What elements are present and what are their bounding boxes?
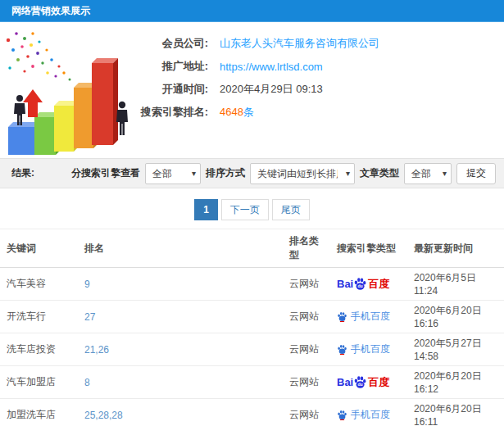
engine-filter-wrap: 全部 — [145, 163, 201, 184]
businessman-right — [116, 102, 128, 135]
type-filter-label: 文章类型 — [360, 166, 399, 180]
baidu-paw-icon — [337, 344, 347, 355]
mobile-baidu-logo: 手机百度 — [337, 310, 390, 324]
rank-type-cell: 云网站 — [283, 301, 330, 333]
rank-cell: 27 — [78, 301, 283, 333]
mobile-baidu-label: 手机百度 — [351, 408, 390, 422]
filter-bar: 结果: 分搜索引擎查看 全部 排序方式 关键词由短到长排序 文章类型 全部 提交 — [0, 158, 504, 188]
page-title: 网络营销效果展示 — [11, 5, 90, 16]
businessman-left — [14, 95, 25, 125]
table-header-row: 关键词 排名 排名类型 搜索引擎类型 最新更新时间 — [0, 229, 504, 268]
keyword-cell: 加盟洗车店 — [0, 399, 78, 426]
rank-type-cell: 云网站 — [283, 366, 330, 399]
open-time-row: 开通时间: 2020年4月29日 09:13 — [129, 78, 504, 101]
baidu-logo-cn: 百度 — [368, 277, 389, 292]
header-engine-type: 搜索引擎类型 — [330, 229, 407, 268]
open-time-value: 2020年4月29日 09:13 — [220, 82, 323, 97]
page-button-last[interactable]: 尾页 — [272, 199, 310, 220]
member-company-link[interactable]: 山东老人头汽车服务咨询有限公司 — [220, 36, 379, 51]
company-info-list: 会员公司: 山东老人头汽车服务咨询有限公司 推广地址: https://www.… — [129, 22, 504, 158]
keyword-cell: 汽车加盟店 — [0, 366, 78, 399]
engine-rank-label: 搜索引擎排名: — [129, 105, 208, 120]
mobile-baidu-logo: 手机百度 — [337, 408, 390, 422]
promo-url-link[interactable]: https://www.lrtlsd.com — [220, 61, 323, 73]
rank-count: 4648 — [220, 106, 243, 118]
engine-rank-row: 搜索引擎排名: 4648条 — [129, 101, 504, 124]
type-filter-select[interactable]: 全部 — [404, 163, 452, 184]
baidu-paw-icon — [337, 410, 347, 420]
engine-filter-select[interactable]: 全部 — [145, 163, 201, 184]
promo-url-label: 推广地址: — [129, 59, 208, 74]
baidu-logo: Baidu百度 — [337, 375, 389, 390]
rank-type-cell: 云网站 — [283, 333, 330, 366]
svg-text:du: du — [358, 283, 363, 288]
keyword-cell: 开洗车行 — [0, 301, 78, 333]
baidu-logo: Baidu百度 — [337, 277, 389, 292]
baidu-logo-latin: Bai — [337, 376, 353, 388]
sort-filter-select[interactable]: 关键词由短到长排序 — [250, 163, 355, 184]
engine-rank-value: 4648条 — [220, 105, 254, 120]
mobile-baidu-label: 手机百度 — [351, 310, 390, 324]
engine-type-cell: 手机百度 — [330, 399, 407, 426]
page-button-current[interactable]: 1 — [194, 199, 218, 220]
engine-type-cell: 手机百度 — [330, 301, 407, 333]
header-rank: 排名 — [78, 229, 283, 268]
svg-text:du: du — [358, 382, 363, 387]
filter-controls: 分搜索引擎查看 全部 排序方式 关键词由短到长排序 文章类型 全部 提交 — [71, 163, 504, 184]
results-table: 关键词 排名 排名类型 搜索引擎类型 最新更新时间 汽车美容9云网站Baidu百… — [0, 229, 504, 426]
table-row: 开洗车行27云网站手机百度2020年6月20日 16:16 — [0, 301, 504, 333]
page-button-next[interactable]: 下一页 — [221, 199, 269, 220]
sort-filter-label: 排序方式 — [206, 166, 245, 180]
baidu-logo-cn: 百度 — [368, 375, 389, 390]
growth-chart-graphic — [0, 25, 129, 156]
baidu-logo-latin: Bai — [337, 278, 353, 290]
member-company-label: 会员公司: — [129, 36, 208, 51]
baidu-paw-icon — [337, 311, 347, 322]
update-time-cell: 2020年6月20日 16:16 — [407, 301, 504, 333]
engine-type-cell: 手机百度 — [330, 333, 407, 366]
pagination: 1 下一页 尾页 — [0, 199, 504, 220]
keyword-cell: 洗车店投资 — [0, 333, 78, 366]
keyword-cell: 汽车美容 — [0, 268, 78, 301]
rank-cell: 21,26 — [78, 333, 283, 366]
baidu-paw-icon: du — [353, 375, 367, 389]
update-time-cell: 2020年6月20日 16:12 — [407, 366, 504, 399]
table-row: 加盟洗车店25,28,28云网站手机百度2020年6月20日 16:11 — [0, 399, 504, 426]
table-row: 汽车加盟店8云网站Baidu百度2020年6月20日 16:12 — [0, 366, 504, 399]
mobile-baidu-logo: 手机百度 — [337, 342, 390, 356]
open-time-label: 开通时间: — [129, 82, 208, 97]
engine-filter-label: 分搜索引擎查看 — [71, 166, 140, 180]
table-row: 汽车美容9云网站Baidu百度2020年6月5日 11:24 — [0, 268, 504, 301]
rank-type-cell: 云网站 — [283, 268, 330, 301]
sort-filter-wrap: 关键词由短到长排序 — [250, 163, 355, 184]
company-info-section: 会员公司: 山东老人头汽车服务咨询有限公司 推广地址: https://www.… — [0, 22, 504, 158]
engine-type-cell: Baidu百度 — [330, 366, 407, 399]
results-section-label: 结果: — [11, 166, 34, 180]
rank-type-cell: 云网站 — [283, 399, 330, 426]
results-table-body: 汽车美容9云网站Baidu百度2020年6月5日 11:24开洗车行27云网站手… — [0, 268, 504, 426]
confetti-dots — [7, 32, 71, 80]
mobile-baidu-label: 手机百度 — [351, 342, 390, 356]
submit-button[interactable]: 提交 — [456, 163, 496, 184]
rank-unit: 条 — [243, 106, 254, 118]
page-title-bar: 网络营销效果展示 — [0, 0, 504, 22]
rank-cell: 25,28,28 — [78, 399, 283, 426]
bar-chart-illustration — [0, 25, 129, 156]
member-company-row: 会员公司: 山东老人头汽车服务咨询有限公司 — [129, 32, 504, 55]
update-time-cell: 2020年5月27日 14:58 — [407, 333, 504, 366]
baidu-paw-icon: du — [353, 277, 367, 291]
engine-type-cell: Baidu百度 — [330, 268, 407, 301]
header-update-time: 最新更新时间 — [407, 229, 504, 268]
promo-url-row: 推广地址: https://www.lrtlsd.com — [129, 55, 504, 78]
header-rank-type: 排名类型 — [283, 229, 330, 268]
update-time-cell: 2020年6月20日 16:11 — [407, 399, 504, 426]
type-filter-wrap: 全部 — [404, 163, 452, 184]
rank-cell: 9 — [78, 268, 283, 301]
table-row: 洗车店投资21,26云网站手机百度2020年5月27日 14:58 — [0, 333, 504, 366]
header-keyword: 关键词 — [0, 229, 78, 268]
rank-cell: 8 — [78, 366, 283, 399]
update-time-cell: 2020年6月5日 11:24 — [407, 268, 504, 301]
